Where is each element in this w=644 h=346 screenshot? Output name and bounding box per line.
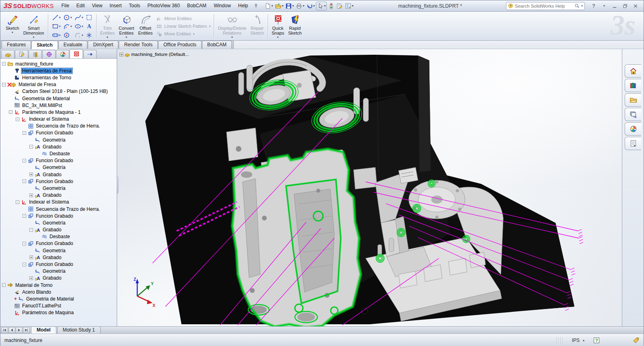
collapse-icon[interactable]: - [2, 83, 6, 86]
tree-item[interactable]: Geometria de Material [0, 95, 117, 102]
mirror-entities-button[interactable]: Mirror Entities [156, 16, 211, 22]
linear-sketch-pattern-button[interactable]: Linear Sketch Pattern▾ [156, 23, 211, 29]
collapse-icon[interactable]: - [29, 145, 33, 148]
expand-icon[interactable]: + [29, 194, 33, 197]
expand-icon[interactable]: + [29, 173, 33, 176]
tree-item[interactable]: BC_3x_Mill.MillPst [0, 102, 117, 109]
task-pane-tab-home[interactable] [625, 64, 641, 78]
undo-button[interactable]: ▾ [305, 2, 316, 10]
collapse-icon[interactable]: - [9, 110, 12, 114]
collapse-icon[interactable]: - [16, 117, 19, 121]
tag-icon[interactable] [633, 337, 640, 344]
tree-item[interactable]: -Funcion Grabado [0, 240, 117, 247]
panel-tab-part-tree[interactable] [1, 50, 14, 58]
tree-item[interactable]: -Indexar el Sistema [0, 199, 117, 206]
tree-item[interactable]: Carbon Steel 1018 - Plain (100-125 HB) [0, 88, 117, 95]
tab-render-tools[interactable]: Render Tools [119, 41, 158, 49]
tab-office-products[interactable]: Office Products [158, 41, 202, 49]
tree-item[interactable]: Geometría [0, 185, 117, 192]
scene-button[interactable]: ▾ [395, 49, 405, 50]
point-sketch-button[interactable] [85, 31, 93, 39]
help-caret-icon[interactable]: ▾ [600, 2, 608, 10]
arc-sketch-button[interactable]: ▾ [62, 22, 73, 31]
menu-view[interactable]: View [89, 0, 106, 11]
tree-item[interactable]: -Funcion Grabado [0, 130, 117, 136]
save-button[interactable]: ▾ [285, 2, 295, 10]
expand-icon[interactable]: + [120, 53, 123, 56]
collapse-icon[interactable]: - [23, 263, 26, 266]
minimize-button[interactable] [611, 2, 619, 10]
trim-entities-button[interactable]: Trim Entities▾ [98, 12, 117, 40]
3d-model-scene[interactable]: Z Y X [117, 49, 622, 326]
tree-item[interactable]: -Funcion Grabado [0, 157, 117, 164]
section-view-button[interactable] [345, 49, 353, 50]
view-orient-button[interactable]: ▾ [354, 49, 363, 50]
tree-item[interactable]: -Indexar el Sistema [0, 116, 117, 123]
open-folder-button[interactable]: ▾ [274, 2, 284, 10]
tree-item[interactable]: Secuencia de Trazo de Herra. [0, 206, 117, 212]
menu-insert[interactable]: Insert [106, 0, 125, 11]
hide-show-button[interactable]: ▾ [375, 49, 385, 50]
rapid-sketch-button[interactable]: Rapid Sketch [286, 12, 304, 40]
quick-snaps-button[interactable]: Quick Snaps▾ [270, 12, 286, 40]
collapse-icon[interactable]: - [23, 242, 26, 245]
select-box-sketch-button[interactable] [85, 13, 93, 22]
tree-item[interactable]: Desbaste [0, 150, 117, 157]
sketch-button[interactable]: Sketch▾ [4, 12, 21, 40]
help-search[interactable]: ? ▾ [506, 2, 585, 10]
display-delete-relations-button[interactable]: Display/Delete Relations▾ [216, 12, 248, 40]
nav-next-button[interactable] [16, 327, 23, 333]
restore-button[interactable] [621, 2, 629, 10]
spline-sketch-button[interactable]: ▾ [74, 13, 84, 22]
tab-dimxpert[interactable]: DimXpert [88, 41, 118, 49]
units-caret-icon[interactable]: ▴ [583, 338, 584, 342]
collapse-icon[interactable]: - [2, 283, 6, 287]
menu-window[interactable]: Window [210, 0, 235, 11]
tree-item[interactable]: -machining_fixture [0, 60, 117, 67]
viewport-feature-label[interactable]: + machining_fixture (Default... [120, 51, 189, 57]
panel-splitter-handle[interactable] [117, 176, 118, 194]
tree-item[interactable]: +AGrabado [0, 254, 117, 261]
tree-item[interactable]: -Funcion Grabado [0, 178, 117, 185]
app-help-button[interactable]: ? [590, 2, 598, 10]
file-properties-button[interactable] [336, 2, 344, 10]
tree-item[interactable]: Fanuc0T.LathePst [0, 303, 117, 309]
collapse-icon[interactable]: - [2, 62, 6, 66]
tree-item[interactable]: -Funcion Grabado [0, 212, 117, 219]
expand-icon[interactable]: + [29, 276, 33, 280]
unit-system-selector[interactable]: IPS [572, 338, 580, 343]
options-list-button[interactable]: ▾ [344, 2, 354, 10]
tree-item[interactable]: -Material de Fresa [0, 81, 117, 88]
convert-entities-button[interactable]: Convert Entities▾ [117, 12, 136, 40]
task-pane-tab-appearance[interactable] [625, 122, 641, 136]
tab-evaluate[interactable]: Evaluate [58, 41, 88, 49]
task-pane-tab-view-palette[interactable] [625, 108, 641, 121]
menu-pin-icon[interactable] [252, 2, 260, 10]
menu-tools[interactable]: Tools [125, 0, 144, 11]
slot-sketch-button[interactable]: ▾ [51, 31, 62, 39]
tab-bobcam[interactable]: BobCAM [202, 41, 232, 49]
model-tab-motion-study-1[interactable]: Motion Study 1 [57, 326, 101, 334]
tree-item[interactable]: Desbaste [0, 233, 117, 240]
search-input[interactable] [515, 4, 573, 8]
tree-item[interactable]: Acero Blando [0, 288, 117, 295]
task-pane-tab-file-explorer[interactable] [625, 93, 641, 107]
repair-sketch-button[interactable]: Repair Sketch [248, 12, 266, 40]
circle-sketch-button[interactable]: ▾ [62, 13, 73, 22]
task-pane-tab-design-library[interactable] [625, 79, 641, 92]
zoom-area-button[interactable] [327, 49, 335, 50]
tree-item[interactable]: Herramientas de Fresa [0, 67, 117, 74]
collapse-icon[interactable]: - [23, 214, 26, 218]
smart-dimension-button[interactable]: Smart Dimension▾ [21, 12, 46, 40]
tree-item[interactable]: -Parámetros de Maquina - 1 [0, 109, 117, 115]
prev-view-button[interactable] [336, 49, 344, 50]
tab-sketch[interactable]: Sketch [31, 41, 58, 49]
quick-tips-icon[interactable]: ? [593, 337, 600, 344]
tree-item[interactable]: Geometría [0, 268, 117, 275]
rectangle-sketch-button[interactable]: ▾ [51, 22, 62, 31]
search-dropdown-caret-icon[interactable]: ▾ [581, 4, 583, 8]
tree-item[interactable]: Geometría [0, 164, 117, 171]
polygon-sketch-button[interactable] [62, 31, 73, 39]
tab-features[interactable]: Features [2, 41, 31, 49]
display-style-button[interactable]: ▾ [365, 49, 374, 50]
